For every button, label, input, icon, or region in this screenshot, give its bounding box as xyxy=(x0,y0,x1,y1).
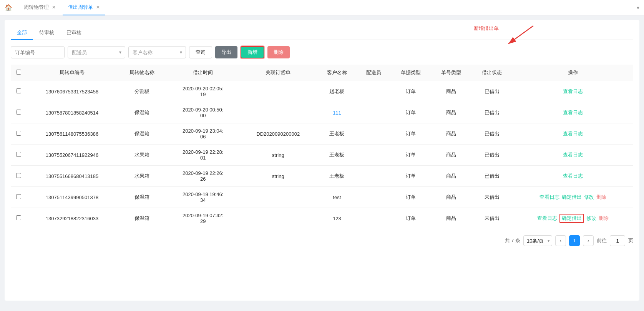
cell-order-no: 1307606753317523458 xyxy=(26,81,118,102)
customer-name-link[interactable]: 111 xyxy=(333,110,341,116)
customer-name-text: 123 xyxy=(333,216,341,221)
cell-borrow-time: 2020-09-19 22:26: 26 xyxy=(166,166,239,187)
view-log-button[interactable]: 查看日志 xyxy=(563,109,583,116)
cell-ops: 查看日志 xyxy=(512,102,633,123)
nav-expand-icon[interactable]: ▾ xyxy=(637,5,639,11)
query-button[interactable]: 查询 xyxy=(189,46,212,58)
cell-borrow-time: 2020-09-19 22:28: 01 xyxy=(166,145,239,166)
customer-name-text: 赵老板 xyxy=(329,88,344,94)
page-1-button[interactable]: 1 xyxy=(569,235,580,246)
cell-order-no: 1307552067411922946 xyxy=(26,145,118,166)
row-checkbox[interactable] xyxy=(16,215,21,220)
cell-ops: 查看日志确定借出修改删除 xyxy=(512,187,633,208)
view-log-button[interactable]: 查看日志 xyxy=(563,88,583,95)
cell-doc-type: 订单 xyxy=(390,102,431,123)
cell-ops: 查看日志 xyxy=(512,123,633,145)
delete-row-button[interactable]: 删除 xyxy=(596,194,606,201)
delete-row-button[interactable]: 删除 xyxy=(599,215,609,222)
tab-all[interactable]: 全部 xyxy=(11,26,33,40)
nav-tab-borrow[interactable]: 借出周转单 ✕ xyxy=(63,0,105,15)
nav-tab-borrow-close[interactable]: ✕ xyxy=(96,5,100,10)
home-icon[interactable]: 🏠 xyxy=(5,4,12,11)
delivery-man-select[interactable]: 配送员 xyxy=(68,46,125,58)
cell-related-order: string xyxy=(239,145,317,166)
delete-button[interactable]: 删除 xyxy=(267,46,290,58)
confirm-borrow-button-highlight[interactable]: 确定借出 xyxy=(559,214,584,223)
toolbar: 配送员 客户名称 查询 导出 新增 删除 xyxy=(11,46,633,58)
customer-name-text: 王老板 xyxy=(329,173,344,179)
cell-delivery-man xyxy=(357,187,390,208)
cell-delivery-man xyxy=(357,123,390,145)
page-size-select[interactable]: 10条/页 20条/页 50条/页 xyxy=(523,235,552,246)
goto-label: 前往 xyxy=(597,237,607,244)
table-row: 1307587801858240514保温箱2020-09-20 00:50: … xyxy=(11,102,633,123)
row-checkbox[interactable] xyxy=(16,173,21,178)
row-checkbox[interactable] xyxy=(16,88,21,93)
export-button[interactable]: 导出 xyxy=(215,46,237,58)
page-size-wrapper: 10条/页 20条/页 50条/页 xyxy=(523,235,552,246)
cell-doc-type: 订单 xyxy=(390,166,431,187)
cell-borrow-time: 2020-09-19 07:42: 29 xyxy=(166,208,239,229)
view-log-button[interactable]: 查看日志 xyxy=(539,194,559,201)
cell-ops: 查看日志确定借出修改删除 xyxy=(512,208,633,229)
cell-customer-name: 王老板 xyxy=(317,145,357,166)
edit-button[interactable]: 修改 xyxy=(586,215,596,222)
cell-delivery-man xyxy=(357,145,390,166)
cell-item-name: 保温箱 xyxy=(118,187,166,208)
cell-order-no: 1307587801858240514 xyxy=(26,102,118,123)
cell-customer-name: test xyxy=(317,187,357,208)
table-row: 1307329218822316033保温箱2020-09-19 07:42: … xyxy=(11,208,633,229)
edit-button[interactable]: 修改 xyxy=(584,194,594,201)
page-label: 页 xyxy=(628,237,633,244)
order-no-input[interactable] xyxy=(11,46,65,58)
row-checkbox-cell xyxy=(11,102,26,123)
cell-borrow-status: 已借出 xyxy=(471,81,512,102)
cell-item-name: 保温箱 xyxy=(118,102,166,123)
row-checkbox[interactable] xyxy=(16,152,21,157)
select-all-checkbox[interactable] xyxy=(16,70,21,75)
pagination: 共 7 条 10条/页 20条/页 50条/页 ‹ 1 › 前往 页 xyxy=(11,235,633,246)
cell-item-name: 保温箱 xyxy=(118,208,166,229)
cell-borrow-time: 2020-09-20 02:05: 19 xyxy=(166,81,239,102)
row-checkbox[interactable] xyxy=(16,194,21,199)
cell-related-order xyxy=(239,81,317,102)
table-row: 1307551668680413185水果箱2020-09-19 22:26: … xyxy=(11,166,633,187)
cell-customer-name: 123 xyxy=(317,208,357,229)
view-log-button[interactable]: 查看日志 xyxy=(563,151,583,158)
cell-doc-type: 订单 xyxy=(390,208,431,229)
view-log-button[interactable]: 查看日志 xyxy=(563,173,583,180)
cell-customer-name: 王老板 xyxy=(317,166,357,187)
row-checkbox-cell xyxy=(11,187,26,208)
cell-delivery-man xyxy=(357,81,390,102)
table-row: 1307511439990501378保温箱2020-09-19 19:46: … xyxy=(11,187,633,208)
row-checkbox[interactable] xyxy=(16,131,21,136)
goto-page-input[interactable] xyxy=(610,235,625,246)
cell-item-name: 分割板 xyxy=(118,81,166,102)
new-button[interactable]: 新增 xyxy=(241,46,264,58)
nav-tab-turnover-close[interactable]: ✕ xyxy=(52,5,56,10)
view-log-button[interactable]: 查看日志 xyxy=(563,130,583,137)
cell-doc-type: 订单 xyxy=(390,187,431,208)
table-row: 1307552067411922946水果箱2020-09-19 22:28: … xyxy=(11,145,633,166)
cell-num-type: 商品 xyxy=(431,81,472,102)
cell-related-order xyxy=(239,208,317,229)
nav-tab-turnover[interactable]: 周转物管理 ✕ xyxy=(18,0,61,15)
prev-page-button[interactable]: ‹ xyxy=(555,235,566,246)
next-page-button[interactable]: › xyxy=(583,235,594,246)
row-checkbox-cell xyxy=(11,145,26,166)
th-ops: 操作 xyxy=(512,65,633,81)
page-tabs-bar: 全部 待审核 已审核 xyxy=(11,26,633,40)
cell-related-order: string xyxy=(239,166,317,187)
tab-approved[interactable]: 已审核 xyxy=(60,26,88,40)
tab-pending[interactable]: 待审核 xyxy=(33,26,60,40)
confirm-borrow-button[interactable]: 确定借出 xyxy=(562,194,582,201)
cell-num-type: 商品 xyxy=(431,208,472,229)
cell-num-type: 商品 xyxy=(431,102,472,123)
customer-name-select[interactable]: 客户名称 xyxy=(128,46,186,58)
customer-name-text: 王老板 xyxy=(329,131,344,136)
customer-name-text: test xyxy=(333,195,341,200)
row-checkbox[interactable] xyxy=(16,110,21,115)
th-related-order: 关联订货单 xyxy=(239,65,317,81)
cell-related-order: DD2020090200002 xyxy=(239,123,317,145)
view-log-button[interactable]: 查看日志 xyxy=(537,215,557,222)
